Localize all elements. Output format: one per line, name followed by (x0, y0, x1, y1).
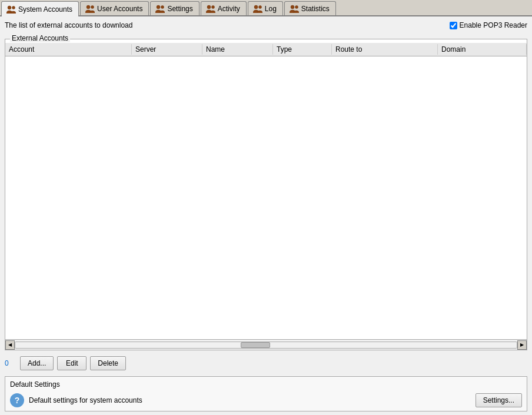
settings-icon (155, 5, 165, 13)
svg-point-7 (211, 5, 214, 8)
table-header: Account Server Name Type Route to Domain (5, 43, 527, 56)
default-row-left: ? Default settings for system accounts (10, 393, 142, 407)
col-account-header: Account (5, 44, 132, 55)
add-button[interactable]: Add... (20, 356, 54, 370)
scroll-left-arrow[interactable]: ◀ (5, 340, 15, 350)
delete-button[interactable]: Delete (90, 356, 126, 370)
description-label: The list of external accounts to downloa… (5, 21, 132, 29)
tab-system-accounts[interactable]: System Accounts (1, 1, 79, 16)
default-settings-section: Default Settings ? Default settings for … (5, 376, 527, 411)
col-route-header: Route to (332, 44, 438, 55)
tab-settings-label: Settings (167, 5, 192, 13)
tab-log[interactable]: Log (248, 1, 283, 15)
tab-activity[interactable]: Activity (201, 1, 247, 15)
system-accounts-icon (6, 5, 16, 14)
main-window: System Accounts User Accounts Settings (0, 0, 532, 415)
tab-settings[interactable]: Settings (150, 1, 199, 15)
svg-point-9 (258, 5, 261, 8)
svg-point-4 (157, 5, 160, 9)
svg-point-5 (161, 5, 164, 8)
enable-pop3-checkbox[interactable] (450, 22, 457, 29)
top-bar: The list of external accounts to downloa… (5, 20, 527, 31)
tab-statistics-label: Statistics (301, 5, 330, 13)
buttons-row: 0 Add... Edit Delete (5, 354, 527, 373)
svg-point-10 (291, 5, 294, 9)
col-server-header: Server (132, 44, 202, 55)
user-accounts-icon (85, 5, 95, 13)
tab-user-accounts[interactable]: User Accounts (80, 1, 149, 15)
svg-point-8 (254, 5, 258, 9)
scroll-right-arrow[interactable]: ▶ (517, 340, 527, 350)
tab-log-label: Log (265, 5, 277, 13)
svg-point-0 (8, 6, 11, 9)
col-type-header: Type (273, 44, 332, 55)
table-body (5, 56, 527, 339)
default-settings-row: ? Default settings for system accounts S… (10, 393, 522, 407)
accounts-table: Account Server Name Type Route to Domain (5, 43, 527, 339)
svg-point-2 (87, 5, 90, 9)
default-settings-desc: Default settings for system accounts (29, 396, 142, 404)
statistics-icon (290, 5, 299, 13)
tab-system-accounts-label: System Accounts (18, 5, 72, 14)
col-name-header: Name (202, 44, 273, 55)
enable-pop3-label: Enable POP3 Reader (460, 21, 527, 29)
tab-bar: System Accounts User Accounts Settings (0, 0, 532, 16)
activity-icon (206, 5, 215, 13)
col-domain-header: Domain (438, 44, 527, 55)
tab-activity-label: Activity (218, 5, 240, 13)
svg-point-6 (207, 5, 211, 9)
default-settings-title: Default Settings (10, 380, 522, 389)
svg-point-11 (295, 5, 298, 8)
svg-point-3 (91, 5, 94, 8)
edit-button[interactable]: Edit (57, 356, 87, 370)
scroll-thumb[interactable] (241, 342, 270, 348)
content-area: The list of external accounts to downloa… (0, 16, 532, 415)
tab-statistics[interactable]: Statistics (284, 1, 336, 15)
info-icon: ? (10, 393, 24, 407)
horizontal-scrollbar[interactable]: ◀ ▶ (5, 339, 527, 350)
enable-pop3-group: Enable POP3 Reader (450, 21, 527, 29)
tab-user-accounts-label: User Accounts (97, 5, 142, 13)
log-icon (253, 5, 262, 13)
svg-point-1 (12, 6, 15, 9)
settings-button[interactable]: Settings... (476, 393, 522, 407)
section-title: External Accounts (10, 34, 70, 42)
count-label: 0 (5, 359, 16, 367)
external-accounts-section: External Accounts Account Server Name Ty… (5, 39, 527, 350)
